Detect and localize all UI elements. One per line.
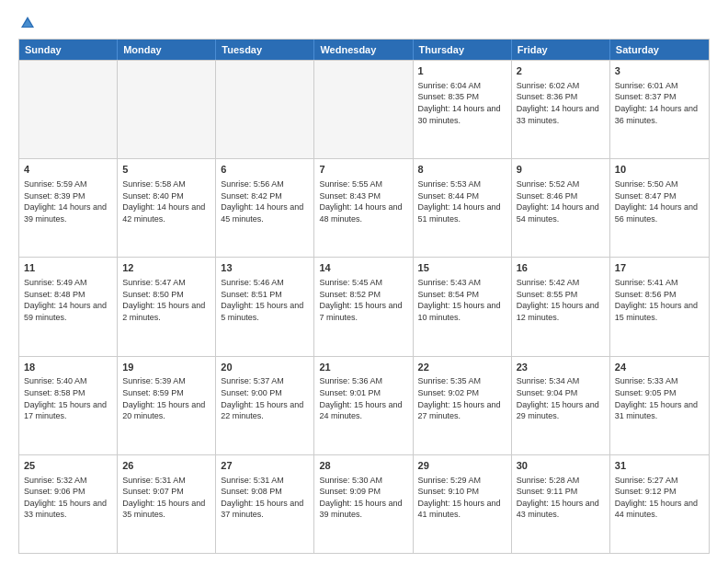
day-number: 17 — [615, 261, 704, 275]
cell-text: Sunrise: 5:59 AMSunset: 8:39 PMDaylight:… — [24, 178, 112, 224]
day-number: 14 — [319, 261, 407, 275]
cell-text: Sunrise: 5:33 AMSunset: 9:05 PMDaylight:… — [615, 375, 704, 421]
calendar-header: Sunday Monday Tuesday Wednesday Thursday… — [19, 40, 709, 60]
header-monday: Monday — [118, 40, 216, 60]
cell-text: Sunrise: 5:34 AMSunset: 9:04 PMDaylight:… — [517, 375, 605, 421]
day-number: 20 — [221, 361, 309, 374]
table-row: 4Sunrise: 5:59 AMSunset: 8:39 PMDaylight… — [19, 159, 118, 257]
cell-text: Sunrise: 5:42 AMSunset: 8:55 PMDaylight:… — [517, 277, 605, 323]
table-row: 19Sunrise: 5:39 AMSunset: 8:59 PMDayligh… — [118, 357, 216, 454]
table-row — [216, 61, 314, 158]
day-number: 27 — [221, 459, 309, 473]
table-row: 5Sunrise: 5:58 AMSunset: 8:40 PMDaylight… — [118, 159, 216, 257]
day-number: 18 — [24, 361, 112, 374]
table-row: 1Sunrise: 6:04 AMSunset: 8:35 PMDaylight… — [414, 61, 512, 158]
header-tuesday: Tuesday — [216, 40, 314, 60]
day-number: 3 — [615, 64, 704, 78]
cell-text: Sunrise: 5:35 AMSunset: 9:02 PMDaylight:… — [418, 375, 506, 421]
table-row: 13Sunrise: 5:46 AMSunset: 8:51 PMDayligh… — [216, 258, 314, 355]
cell-text: Sunrise: 5:45 AMSunset: 8:52 PMDaylight:… — [319, 277, 407, 323]
table-row: 20Sunrise: 5:37 AMSunset: 9:00 PMDayligh… — [216, 357, 314, 454]
header-wednesday: Wednesday — [314, 40, 413, 60]
day-number: 28 — [319, 459, 407, 473]
day-number: 4 — [24, 163, 112, 177]
cell-text: Sunrise: 5:43 AMSunset: 8:54 PMDaylight:… — [418, 277, 506, 323]
cell-text: Sunrise: 6:01 AMSunset: 8:37 PMDaylight:… — [615, 80, 704, 126]
header-saturday: Saturday — [610, 40, 709, 60]
table-row: 3Sunrise: 6:01 AMSunset: 8:37 PMDaylight… — [610, 61, 709, 158]
header-thursday: Thursday — [414, 40, 512, 60]
header-friday: Friday — [512, 40, 610, 60]
table-row: 23Sunrise: 5:34 AMSunset: 9:04 PMDayligh… — [512, 357, 610, 454]
table-row: 26Sunrise: 5:31 AMSunset: 9:07 PMDayligh… — [118, 455, 216, 553]
table-row: 28Sunrise: 5:30 AMSunset: 9:09 PMDayligh… — [314, 455, 413, 553]
table-row: 25Sunrise: 5:32 AMSunset: 9:06 PMDayligh… — [19, 455, 118, 553]
cell-text: Sunrise: 5:31 AMSunset: 9:08 PMDaylight:… — [221, 475, 309, 521]
cell-text: Sunrise: 6:02 AMSunset: 8:36 PMDaylight:… — [517, 80, 605, 126]
cell-text: Sunrise: 5:53 AMSunset: 8:44 PMDaylight:… — [418, 178, 506, 224]
table-row: 22Sunrise: 5:35 AMSunset: 9:02 PMDayligh… — [414, 357, 512, 454]
day-number: 9 — [517, 163, 605, 177]
table-row: 31Sunrise: 5:27 AMSunset: 9:12 PMDayligh… — [610, 455, 709, 553]
cell-text: Sunrise: 5:56 AMSunset: 8:42 PMDaylight:… — [221, 178, 309, 224]
logo — [18, 15, 36, 31]
cell-text: Sunrise: 5:47 AMSunset: 8:50 PMDaylight:… — [122, 277, 210, 323]
day-number: 7 — [319, 163, 407, 177]
cell-text: Sunrise: 5:40 AMSunset: 8:58 PMDaylight:… — [24, 375, 112, 421]
calendar-week-5: 25Sunrise: 5:32 AMSunset: 9:06 PMDayligh… — [19, 454, 709, 553]
cell-text: Sunrise: 5:55 AMSunset: 8:43 PMDaylight:… — [319, 178, 407, 224]
calendar-week-3: 11Sunrise: 5:49 AMSunset: 8:48 PMDayligh… — [19, 257, 709, 355]
cell-text: Sunrise: 6:04 AMSunset: 8:35 PMDaylight:… — [418, 80, 506, 126]
cell-text: Sunrise: 5:37 AMSunset: 9:00 PMDaylight:… — [221, 375, 309, 421]
table-row: 18Sunrise: 5:40 AMSunset: 8:58 PMDayligh… — [19, 357, 118, 454]
table-row: 15Sunrise: 5:43 AMSunset: 8:54 PMDayligh… — [414, 258, 512, 355]
day-number: 8 — [418, 163, 506, 177]
day-number: 11 — [24, 261, 112, 275]
table-row: 27Sunrise: 5:31 AMSunset: 9:08 PMDayligh… — [216, 455, 314, 553]
day-number: 10 — [615, 163, 704, 177]
table-row: 17Sunrise: 5:41 AMSunset: 8:56 PMDayligh… — [610, 258, 709, 355]
table-row: 24Sunrise: 5:33 AMSunset: 9:05 PMDayligh… — [610, 357, 709, 454]
table-row: 16Sunrise: 5:42 AMSunset: 8:55 PMDayligh… — [512, 258, 610, 355]
day-number: 23 — [517, 361, 605, 374]
cell-text: Sunrise: 5:29 AMSunset: 9:10 PMDaylight:… — [418, 475, 506, 521]
cell-text: Sunrise: 5:52 AMSunset: 8:46 PMDaylight:… — [517, 178, 605, 224]
day-number: 25 — [24, 459, 112, 473]
page: Sunday Monday Tuesday Wednesday Thursday… — [0, 0, 728, 563]
cell-text: Sunrise: 5:27 AMSunset: 9:12 PMDaylight:… — [615, 475, 704, 521]
day-number: 6 — [221, 163, 309, 177]
cell-text: Sunrise: 5:49 AMSunset: 8:48 PMDaylight:… — [24, 277, 112, 323]
day-number: 19 — [122, 361, 210, 374]
day-number: 2 — [517, 64, 605, 78]
table-row: 9Sunrise: 5:52 AMSunset: 8:46 PMDaylight… — [512, 159, 610, 257]
table-row: 29Sunrise: 5:29 AMSunset: 9:10 PMDayligh… — [414, 455, 512, 553]
table-row — [118, 61, 216, 158]
table-row — [19, 61, 118, 158]
day-number: 1 — [418, 64, 506, 78]
cell-text: Sunrise: 5:41 AMSunset: 8:56 PMDaylight:… — [615, 277, 704, 323]
header-sunday: Sunday — [19, 40, 118, 60]
day-number: 13 — [221, 261, 309, 275]
table-row: 8Sunrise: 5:53 AMSunset: 8:44 PMDaylight… — [414, 159, 512, 257]
day-number: 24 — [615, 361, 704, 374]
cell-text: Sunrise: 5:39 AMSunset: 8:59 PMDaylight:… — [122, 375, 210, 421]
cell-text: Sunrise: 5:58 AMSunset: 8:40 PMDaylight:… — [122, 178, 210, 224]
cell-text: Sunrise: 5:50 AMSunset: 8:47 PMDaylight:… — [615, 178, 704, 224]
cell-text: Sunrise: 5:36 AMSunset: 9:01 PMDaylight:… — [319, 375, 407, 421]
table-row: 11Sunrise: 5:49 AMSunset: 8:48 PMDayligh… — [19, 258, 118, 355]
table-row: 14Sunrise: 5:45 AMSunset: 8:52 PMDayligh… — [314, 258, 413, 355]
table-row: 6Sunrise: 5:56 AMSunset: 8:42 PMDaylight… — [216, 159, 314, 257]
calendar-body: 1Sunrise: 6:04 AMSunset: 8:35 PMDaylight… — [19, 60, 709, 553]
table-row: 2Sunrise: 6:02 AMSunset: 8:36 PMDaylight… — [512, 61, 610, 158]
day-number: 15 — [418, 261, 506, 275]
cell-text: Sunrise: 5:46 AMSunset: 8:51 PMDaylight:… — [221, 277, 309, 323]
calendar: Sunday Monday Tuesday Wednesday Thursday… — [18, 39, 710, 554]
table-row: 10Sunrise: 5:50 AMSunset: 8:47 PMDayligh… — [610, 159, 709, 257]
day-number: 31 — [615, 459, 704, 473]
header — [18, 15, 710, 31]
table-row: 21Sunrise: 5:36 AMSunset: 9:01 PMDayligh… — [314, 357, 413, 454]
day-number: 5 — [122, 163, 210, 177]
table-row — [314, 61, 413, 158]
day-number: 22 — [418, 361, 506, 374]
calendar-week-2: 4Sunrise: 5:59 AMSunset: 8:39 PMDaylight… — [19, 158, 709, 257]
